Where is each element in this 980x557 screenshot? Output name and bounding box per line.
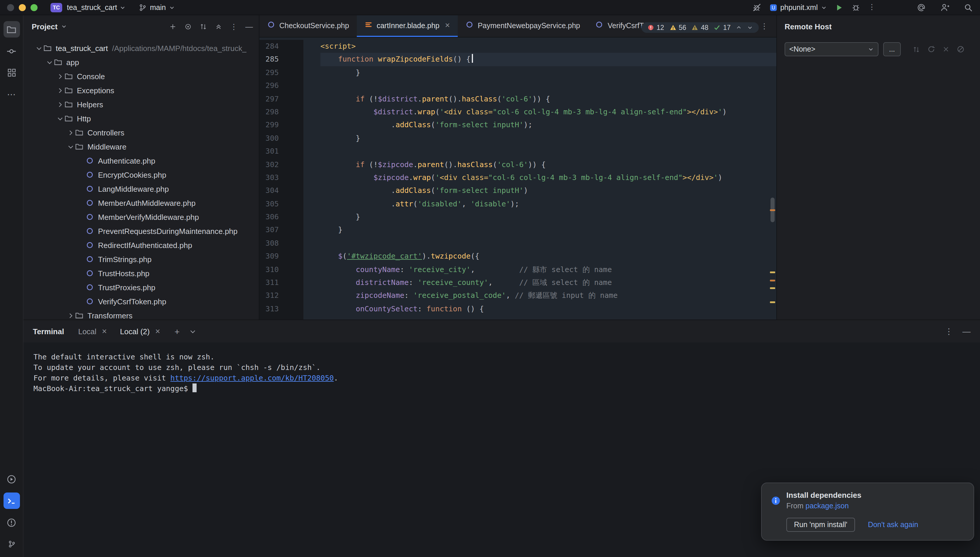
run-button[interactable] — [835, 3, 843, 11]
code-line[interactable]: } — [320, 132, 776, 145]
tree-row[interactable]: EncryptCookies.php — [23, 168, 259, 182]
code-line[interactable]: $zipcode.wrap('<div class="col-6 col-lg-… — [320, 171, 776, 184]
previous-problem-icon[interactable] — [736, 24, 742, 31]
terminal-tab[interactable]: Local (2)✕ — [120, 327, 160, 336]
problems-tool-icon[interactable] — [3, 514, 20, 531]
code-line[interactable]: .addClass('form-select inputH'); — [320, 119, 776, 132]
hide-panel-icon[interactable]: — — [245, 23, 253, 30]
tree-row[interactable]: Middleware — [23, 140, 259, 154]
more-tool-windows-icon[interactable]: ⋯ — [3, 86, 20, 103]
chevron-right-icon[interactable] — [55, 86, 65, 95]
tree-row[interactable]: Exceptions — [23, 83, 259, 97]
dont-ask-again-link[interactable]: Don't ask again — [868, 521, 918, 529]
code-line[interactable] — [320, 79, 776, 92]
search-everywhere-icon[interactable] — [964, 3, 973, 12]
tree-row[interactable]: LangMiddleware.php — [23, 182, 259, 196]
line-number[interactable]: 307 — [260, 224, 279, 237]
line-number[interactable]: 312 — [260, 289, 279, 303]
line-number[interactable]: 305 — [260, 197, 279, 210]
structure-tool-icon[interactable] — [3, 65, 20, 81]
line-number[interactable]: 303 — [260, 171, 279, 184]
line-number[interactable]: 298 — [260, 106, 279, 119]
next-problem-icon[interactable] — [747, 24, 753, 31]
tree-row[interactable]: tea_struck_cart/Applications/MAMP/htdocs… — [23, 41, 259, 55]
chevron-down-icon[interactable] — [66, 142, 75, 151]
tree-row[interactable]: Console — [23, 69, 259, 83]
project-selector[interactable]: tea_struck_cart — [67, 3, 126, 11]
tree-row[interactable]: PreventRequestsDuringMaintenance.php — [23, 224, 259, 238]
code-line[interactable] — [320, 145, 776, 158]
editor-tab[interactable]: PaymentNewebpayService.php — [458, 15, 588, 37]
version-control-tool-icon[interactable] — [3, 536, 20, 552]
package-json-link[interactable]: package.json — [805, 502, 849, 510]
code-line[interactable]: <script> — [320, 40, 776, 53]
terminal-link[interactable]: https://support.apple.com/kb/HT208050 — [170, 373, 334, 382]
window-minimize-button[interactable] — [19, 4, 26, 11]
chevron-down-icon[interactable] — [45, 57, 54, 67]
minimize-terminal-icon[interactable]: — — [962, 327, 970, 336]
editor-options-icon[interactable]: ⋮ — [761, 22, 768, 30]
line-number[interactable]: 309 — [260, 250, 279, 263]
line-number[interactable]: 306 — [260, 210, 279, 224]
tree-row[interactable]: Helpers — [23, 97, 259, 111]
line-number[interactable]: 308 — [260, 237, 279, 250]
refresh-icon[interactable] — [927, 45, 935, 53]
editor-tab[interactable]: cartInner.blade.php✕ — [357, 15, 458, 37]
locate-file-icon[interactable] — [184, 23, 192, 30]
terminal-tab-list-icon[interactable] — [189, 327, 197, 335]
code-line[interactable]: } — [320, 66, 776, 80]
terminal-options-icon[interactable]: ⋮ — [945, 327, 953, 336]
code-line[interactable]: function wrapZipcodeFields() { — [320, 53, 776, 66]
inspections-widget[interactable]: 12 56 48 17 — [641, 22, 759, 33]
line-number[interactable]: 313 — [260, 303, 279, 316]
window-close-button[interactable] — [7, 4, 14, 11]
editor-tab[interactable]: CheckoutService.php — [260, 15, 357, 37]
tree-row[interactable]: VerifyCsrfToken.php — [23, 294, 259, 308]
tree-row[interactable]: TrustHosts.php — [23, 266, 259, 280]
tree-row[interactable]: Http — [23, 111, 259, 125]
chevron-right-icon[interactable] — [66, 311, 75, 319]
at-icon[interactable] — [916, 3, 926, 12]
close-icon[interactable]: ✕ — [155, 327, 160, 335]
tree-row[interactable]: RedirectIfAuthenticated.php — [23, 238, 259, 252]
browse-button[interactable]: ... — [883, 42, 901, 56]
more-options-icon[interactable]: ⋮ — [230, 23, 238, 30]
run-npm-install-button[interactable]: Run 'npm install' — [786, 518, 855, 532]
code-line[interactable]: $('#twzipcode_cart').twzipcode({ — [320, 250, 776, 263]
terminal-tool-icon[interactable] — [3, 492, 20, 509]
project-panel-title[interactable]: Project — [32, 22, 57, 31]
code-line[interactable]: .attr('disabled', 'disable'); — [320, 197, 776, 210]
line-number[interactable]: 285 — [260, 53, 279, 66]
project-tool-icon[interactable] — [3, 21, 20, 37]
expand-all-icon[interactable] — [199, 23, 207, 30]
tree-row[interactable]: Controllers — [23, 125, 259, 140]
line-number[interactable]: 310 — [260, 263, 279, 276]
window-zoom-button[interactable] — [31, 4, 38, 11]
new-terminal-tab-icon[interactable]: + — [175, 327, 180, 336]
upload-download-icon[interactable] — [913, 46, 920, 53]
suspend-icon[interactable] — [957, 45, 965, 53]
chevron-right-icon[interactable] — [55, 72, 65, 81]
tree-row[interactable]: MemberAuthMiddleware.php — [23, 196, 259, 210]
run-configuration-selector[interactable]: U phpunit.xml — [769, 3, 826, 11]
code-line[interactable]: districtName: 'receive_county', // 區域 se… — [320, 276, 776, 289]
chevron-right-icon[interactable] — [66, 128, 75, 137]
line-number[interactable]: 296 — [260, 79, 279, 92]
collapse-all-icon[interactable] — [215, 23, 222, 30]
add-icon[interactable] — [169, 23, 176, 30]
code-line[interactable]: onCountySelect: function () { — [320, 303, 776, 316]
line-number[interactable]: 299 — [260, 119, 279, 132]
line-number[interactable]: 302 — [260, 158, 279, 171]
more-actions-icon[interactable]: ⋮ — [868, 4, 875, 11]
chevron-down-icon[interactable] — [55, 114, 65, 123]
chevron-down-icon[interactable] — [61, 23, 67, 29]
code-line[interactable] — [320, 237, 776, 250]
code-line[interactable]: $district.wrap('<div class="col-6 col-lg… — [320, 106, 776, 119]
line-number[interactable]: 311 — [260, 276, 279, 289]
terminal-tab[interactable]: Local✕ — [78, 327, 107, 336]
line-number[interactable]: 297 — [260, 92, 279, 106]
tree-row[interactable]: MemberVerifyMiddleware.php — [23, 210, 259, 224]
branch-selector[interactable]: main — [139, 3, 175, 11]
disconnect-icon[interactable] — [942, 46, 949, 53]
tree-row[interactable]: app — [23, 55, 259, 69]
